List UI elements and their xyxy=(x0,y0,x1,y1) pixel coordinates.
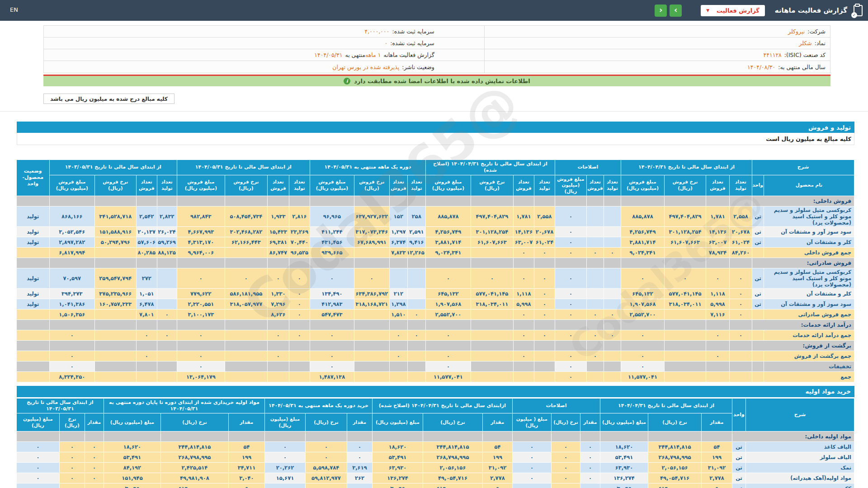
cell: ۰ xyxy=(16,442,59,452)
language-toggle[interactable]: EN xyxy=(10,6,18,13)
cell xyxy=(267,371,289,382)
cell xyxy=(604,340,621,351)
cell xyxy=(267,361,289,371)
cell xyxy=(665,258,706,268)
cell xyxy=(407,319,425,330)
cell: ۱۲,۲۶۵ xyxy=(407,247,425,258)
capital-info-cell: گزارش فعالیت ماهانه ۱ ماهه منتهی به ۱۴۰۴… xyxy=(44,49,484,61)
cell: ۰ xyxy=(59,463,85,473)
cell: تولید xyxy=(16,299,49,309)
cell xyxy=(586,361,604,371)
cell: ۰ xyxy=(586,309,604,319)
cell xyxy=(59,432,85,442)
cell xyxy=(305,432,347,442)
cell xyxy=(471,196,513,206)
cell: ۲۳,۲۶۹ xyxy=(289,226,310,237)
cell xyxy=(702,432,732,442)
cell: ۶۳,۹۳۰ xyxy=(372,463,423,473)
cell xyxy=(471,361,513,371)
sum-row: جمع درآمد ارائه خدمات۰۰۰۰۰۰۰۰۰۰۰۰۰۰۰۰۰۰ xyxy=(16,330,854,340)
cell xyxy=(471,258,513,268)
cell: ۰ xyxy=(136,330,157,340)
cell xyxy=(16,351,49,361)
cell: ۲۵۹,۵۴۷,۷۹۴ xyxy=(94,268,136,288)
column-group-header: خرید دوره یک ماهه منتهی به ۱۴۰۴/۰۵/۳۱ xyxy=(264,398,372,413)
info-label: نماد: xyxy=(815,40,826,47)
cell xyxy=(665,330,706,340)
cell xyxy=(407,299,425,309)
cell xyxy=(228,432,264,442)
cell: تولید xyxy=(16,288,49,299)
column-group-header: مواد اولیه خریداری شده از ابتدای دوره تا… xyxy=(104,398,264,413)
cell xyxy=(665,361,706,371)
cell xyxy=(513,361,534,371)
cell: الیاف کاغذ xyxy=(746,442,854,452)
cell xyxy=(49,196,94,206)
cell: ۴۹,۰۵۴,۷۱۶ xyxy=(648,473,702,483)
cell: ۱۴,۱۳۶ xyxy=(706,226,730,237)
cell xyxy=(389,319,407,330)
column-header: تعداد فروش xyxy=(706,175,730,196)
nav-back-button[interactable]: ‹ xyxy=(655,5,667,17)
cell: ۶۱,۰۲۴ xyxy=(730,237,752,247)
report-type-dropdown[interactable]: گزارش فعالیت ▼ xyxy=(701,5,765,16)
cell xyxy=(289,340,310,351)
cell xyxy=(586,340,604,351)
cell xyxy=(267,340,289,351)
cell xyxy=(354,371,389,382)
cell: ۳,۸۸۱,۷۱۴ xyxy=(425,237,471,247)
cell xyxy=(267,319,289,330)
cell: تولید xyxy=(16,237,49,247)
cell: ۳۴۴,۸۱۴,۸۱۵ xyxy=(648,442,702,452)
cell: ۱۵,۴۳۳ xyxy=(267,226,289,237)
nav-forward-button[interactable]: › xyxy=(670,5,682,17)
cell xyxy=(730,319,752,330)
cell xyxy=(289,319,310,330)
cell: ۹۸۲,۸۴۳ xyxy=(177,206,225,226)
cell: ۳,۰۹۵ xyxy=(104,483,160,488)
cell xyxy=(94,371,136,382)
category-row: فروش صادراتی: xyxy=(16,258,854,268)
cell: ۰ xyxy=(289,268,310,288)
cell: ۶۱۹,۰۰۰,۰۰۰ xyxy=(648,483,702,488)
cell xyxy=(157,299,177,309)
cell: ۴,۳۱۳,۱۷۰ xyxy=(177,237,225,247)
section-title: تولید و فروش xyxy=(808,124,851,131)
cell: ۳۰۱,۱۲۸,۲۵۴ xyxy=(665,226,706,237)
cell xyxy=(730,340,752,351)
info-value: شکلر xyxy=(799,40,811,47)
column-header: تعداد فروش xyxy=(136,175,157,196)
cell xyxy=(16,330,49,340)
cell: ۰ xyxy=(555,206,586,226)
cell: ۰ xyxy=(264,442,305,452)
cell xyxy=(354,247,389,258)
cell xyxy=(407,361,425,371)
cell xyxy=(136,361,157,371)
cell: ۲۶۸,۷۹۸,۹۹۵ xyxy=(648,452,702,463)
column-header: مقدار xyxy=(482,413,512,432)
column-header: مبلغ فروش (میلیون ریال) xyxy=(621,175,664,196)
cell: ۶۱,۶۰۷,۶۶۳ xyxy=(471,237,513,247)
cell: ۰ xyxy=(555,247,586,258)
cell: جمع برگشت از فروش xyxy=(764,351,854,361)
info-label: شرکت: xyxy=(807,28,826,35)
info-value: ۱۴۰۴/۰۵/۳۱ xyxy=(314,52,342,58)
cell: ۵۰۸,۴۵۴,۷۳۴ xyxy=(225,206,267,226)
cell: ۰ xyxy=(407,309,425,319)
cell: ۱۴,۱۳۶ xyxy=(513,226,534,237)
cell xyxy=(94,196,136,206)
cell: ۰ xyxy=(555,371,586,382)
cell xyxy=(621,319,664,330)
column-group-header: شرح xyxy=(752,160,854,175)
cell xyxy=(586,319,604,330)
column-header: نام محصول xyxy=(764,175,854,196)
cell: ۰ xyxy=(49,361,94,371)
cell: ۲,۸۹۷,۲۸۲ xyxy=(49,237,94,247)
cell: ۰ xyxy=(177,330,225,340)
cell xyxy=(534,351,555,361)
cell: ۱,۰۴۱,۳۸۶ xyxy=(49,299,94,309)
cell xyxy=(225,371,267,382)
cell: ۶۷,۶۸۹,۹۹۱ xyxy=(354,237,389,247)
column-header: نرخ (ریال) xyxy=(59,413,85,432)
column-header: مقدار xyxy=(580,413,600,432)
